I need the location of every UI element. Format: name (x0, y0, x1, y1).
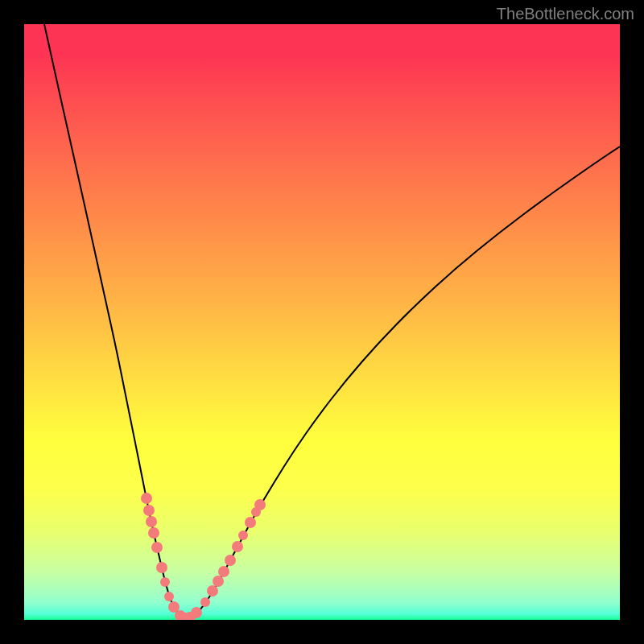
marker-dot (245, 517, 256, 528)
marker-dot (156, 562, 167, 573)
right-curve-line (185, 147, 620, 619)
marker-dot (143, 505, 155, 516)
marker-dot (151, 542, 163, 553)
marker-dot (254, 499, 266, 510)
marker-dot (232, 541, 243, 552)
chart-svg (24, 24, 620, 620)
chart-plot-area (24, 24, 620, 620)
marker-dot (238, 530, 248, 540)
marker-dot (160, 577, 170, 587)
marker-dot (148, 527, 159, 539)
watermark-text: TheBottleneck.com (497, 5, 634, 23)
marker-dot (191, 607, 202, 618)
marker-dot (213, 576, 224, 587)
marker-dot (225, 555, 236, 566)
left-curve-line (44, 24, 185, 619)
marker-dot (164, 592, 174, 601)
marker-dot (207, 585, 218, 597)
marker-dot (146, 516, 157, 527)
marker-dot (218, 566, 229, 577)
marker-dot (141, 493, 152, 504)
marker-dot (200, 597, 210, 607)
